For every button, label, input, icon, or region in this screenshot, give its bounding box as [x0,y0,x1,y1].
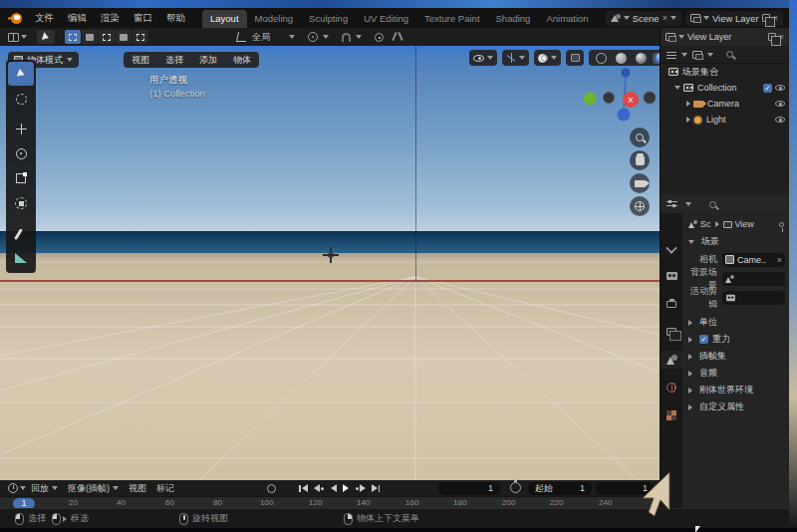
menu-keying[interactable]: 抠像(插帧) [63,482,124,495]
menu-marker[interactable]: 标记 [151,482,179,495]
active-clip-field[interactable] [722,291,785,305]
eye-icon[interactable] [775,85,785,91]
tab-world[interactable] [661,379,682,397]
clear-icon[interactable]: × [777,255,782,265]
scene-empty-object[interactable] [323,247,339,263]
menu-playback[interactable]: 回放 [26,482,63,495]
tool-move[interactable] [8,117,34,140]
jump-to-end-button[interactable] [372,484,381,492]
tool-transform[interactable] [8,191,34,215]
auto-key-record-button[interactable] [267,484,276,493]
breadcrumb-view-layer[interactable]: View [735,219,754,229]
eye-icon[interactable] [775,101,785,107]
next-keyframe-button[interactable] [355,484,366,492]
search-icon[interactable] [726,51,733,58]
menu-object[interactable]: 物体 [225,54,259,67]
menu-timeline-view[interactable]: 视图 [124,482,151,495]
blender-logo-icon[interactable] [8,13,22,24]
display-mode-icon[interactable] [666,51,676,59]
select-mode-invert[interactable] [116,30,132,44]
menu-window[interactable]: 窗口 [127,8,159,28]
menu-view[interactable]: 视图 [124,54,157,67]
section-gravity[interactable]: ✓ 重力 [682,331,789,348]
menu-select[interactable]: 选择 [157,54,191,67]
menu-help[interactable]: 帮助 [159,8,192,28]
jump-to-start-button[interactable] [299,484,308,492]
chevron-down-icon[interactable] [289,35,295,39]
menu-render[interactable]: 渲染 [94,8,127,28]
overlays-dropdown[interactable] [534,50,561,66]
tab-output[interactable] [661,295,682,313]
select-mode-intersect[interactable] [133,30,148,44]
select-mode-subtract[interactable] [99,30,115,44]
workspace-tab-modeling[interactable]: Modeling [247,10,302,28]
background-scene-field[interactable] [722,272,785,286]
play-button[interactable] [343,484,349,492]
workspace-tab-uvediting[interactable]: UV Editing [356,10,416,28]
gizmos-dropdown[interactable] [502,50,529,66]
proportional-falloff-icon[interactable] [393,33,402,41]
tree-row-collection[interactable]: Collection ✓ [661,80,789,96]
section-units[interactable]: 单位 [682,314,789,331]
collapsed-caret-icon[interactable] [686,101,690,107]
frame-start-field[interactable]: 起始 1 [528,482,592,495]
workspace-tab-sculpting[interactable]: Sculpting [301,10,356,28]
viewport-3d[interactable]: 全局 物体模式 视图 选择 添加 物体 [0,28,660,480]
tab-view-layer[interactable] [661,323,682,341]
tool-select-box[interactable] [8,62,34,86]
tab-scene[interactable] [661,351,682,369]
section-custom-props[interactable]: 自定义属性 [682,399,789,415]
navigation-gizmo[interactable]: X [573,60,660,122]
camera-field[interactable]: Came.. × [722,253,785,267]
editor-type-selector[interactable] [8,33,27,42]
tree-row-camera[interactable]: Camera [661,96,789,112]
pin-icon[interactable] [779,222,784,227]
collection-checkbox[interactable]: ✓ [763,84,772,93]
menu-file[interactable]: 文件 [28,8,61,28]
frame-ruler[interactable]: 20 40 60 80 100 120 140 160 180 200 220 … [0,496,660,508]
new-collection-icon[interactable] [768,33,776,41]
properties-editor-icon[interactable] [666,200,677,209]
select-mode-set[interactable] [65,30,81,44]
pivot-point-icon[interactable] [308,32,318,42]
collapsed-caret-icon[interactable] [686,117,690,123]
visibility-dropdown[interactable] [469,50,497,66]
prev-keyframe-button[interactable] [314,484,325,492]
search-icon[interactable] [709,201,716,208]
perspective-toggle-button[interactable] [630,196,650,216]
section-audio[interactable]: 音频 [682,365,789,382]
expand-caret-icon[interactable] [674,86,680,90]
section-scene[interactable]: 场景 [682,233,789,250]
active-tool-button[interactable] [37,30,55,44]
scene-selector[interactable]: Scene × [606,11,681,26]
zoom-button[interactable] [630,128,650,147]
gravity-checkbox[interactable]: ✓ [699,335,708,344]
menu-add[interactable]: 添加 [191,54,225,67]
workspace-tab-texturepaint[interactable]: Texture Paint [416,10,487,28]
menu-edit[interactable]: 编辑 [61,8,94,28]
tool-rotate[interactable] [8,141,34,165]
tool-annotate[interactable] [8,221,34,245]
snap-magnet-icon[interactable] [342,33,351,42]
orientation-value[interactable]: 全局 [252,31,270,44]
workspace-tab-layout[interactable]: Layout [202,10,247,28]
new-view-layer-icon[interactable] [762,14,770,22]
chevron-down-icon[interactable] [323,35,329,39]
view-layer-selector[interactable]: View Layer × [685,11,783,26]
filter-id-icon[interactable] [692,51,702,59]
tab-tool[interactable] [661,239,682,257]
outliner-editor-icon[interactable] [665,33,675,41]
unlink-scene-icon[interactable]: × [663,13,667,23]
tree-row-scene-collection[interactable]: 场景集合 [661,64,789,80]
pan-button[interactable] [630,150,650,170]
section-keying-sets[interactable]: 插帧集 [682,348,789,365]
breadcrumb-scene[interactable]: Sc [700,219,711,229]
tree-row-light[interactable]: Light [661,112,789,128]
tool-cursor[interactable] [8,87,34,111]
tool-measure[interactable] [8,246,34,270]
chevron-down-icon[interactable] [356,35,362,39]
preview-range-icon[interactable] [510,482,521,493]
camera-view-button[interactable] [630,173,650,193]
eye-icon[interactable] [775,117,785,123]
timeline-editor-icon[interactable] [8,483,18,493]
